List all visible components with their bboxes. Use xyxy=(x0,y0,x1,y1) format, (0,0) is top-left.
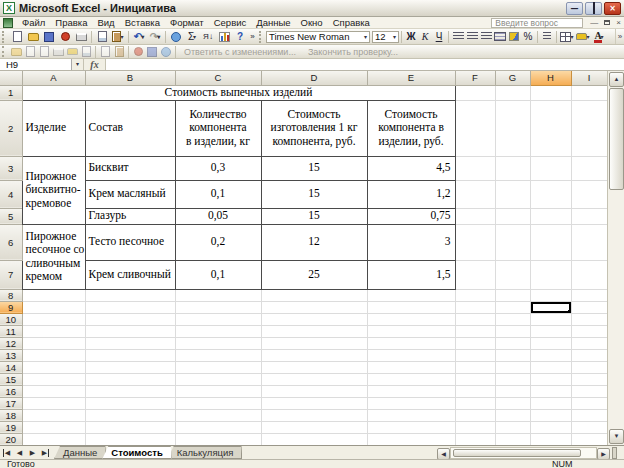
cell-E4[interactable]: 1,2 xyxy=(367,180,455,208)
cell-F1[interactable] xyxy=(455,85,495,100)
last-sheet-button[interactable]: ▶ xyxy=(39,446,52,459)
cell-G7[interactable] xyxy=(495,260,530,289)
formatting-options-button[interactable]: » xyxy=(615,29,624,44)
cell-D5[interactable]: 15 xyxy=(261,208,367,224)
cell-B3[interactable]: Бисквит xyxy=(85,156,175,180)
col-header-A[interactable]: A xyxy=(22,71,85,85)
cell-H16[interactable] xyxy=(530,385,571,397)
undo-dropdown[interactable]: ▾ xyxy=(141,33,144,40)
cell-I4[interactable] xyxy=(571,180,607,208)
cell-F3[interactable] xyxy=(455,156,495,180)
row-header-8[interactable]: 8 xyxy=(0,289,22,301)
vertical-scroll-thumb[interactable] xyxy=(609,88,624,190)
font-size-select[interactable]: 12 ▾ xyxy=(372,31,399,43)
cell-C4[interactable]: 0,1 xyxy=(175,180,261,208)
menu-data[interactable]: Данные xyxy=(251,17,295,29)
cell-E19[interactable] xyxy=(367,421,455,433)
row-header-3[interactable]: 3 xyxy=(0,156,22,180)
save-button[interactable] xyxy=(41,30,57,44)
underline-button[interactable]: Ч xyxy=(432,31,446,43)
cell-F16[interactable] xyxy=(455,385,495,397)
cell-H12[interactable] xyxy=(530,337,571,349)
redo-button[interactable]: ↷▾ xyxy=(147,30,163,44)
cell-D2[interactable]: Стоимость изготовления 1 кг компонента, … xyxy=(261,100,367,156)
cell-F7[interactable] xyxy=(455,260,495,289)
row-header-17[interactable]: 17 xyxy=(0,397,22,409)
cell-D8[interactable] xyxy=(261,289,367,301)
cell-I10[interactable] xyxy=(571,313,607,325)
cell-H11[interactable] xyxy=(530,325,571,337)
cell-A18[interactable] xyxy=(22,409,85,421)
vertical-scrollbar[interactable]: ▲ ▼ xyxy=(607,71,624,445)
cell-I2[interactable] xyxy=(571,100,607,156)
cell-A9[interactable] xyxy=(22,301,85,313)
cell-A14[interactable] xyxy=(22,361,85,373)
toolbar-options-button[interactable]: » xyxy=(248,30,257,44)
cell-D6[interactable]: 12 xyxy=(261,224,367,260)
paste-button[interactable]: ▾ xyxy=(110,30,126,44)
cell-I3[interactable] xyxy=(571,156,607,180)
borders-dropdown[interactable]: ▾ xyxy=(570,33,573,40)
cell-G8[interactable] xyxy=(495,289,530,301)
row-header-7[interactable]: 7 xyxy=(0,260,22,289)
cell-H5[interactable] xyxy=(530,208,571,224)
cell-A20[interactable] xyxy=(22,433,85,445)
font-color-button[interactable]: А▾ xyxy=(591,30,607,44)
cell-C2[interactable]: Количество компонента в изделии, кг xyxy=(175,100,261,156)
cell-F18[interactable] xyxy=(455,409,495,421)
autosum-button[interactable]: Σ▾ xyxy=(184,30,200,44)
cell-D4[interactable]: 15 xyxy=(261,180,367,208)
row-header-13[interactable]: 13 xyxy=(0,349,22,361)
cell-C9[interactable] xyxy=(175,301,261,313)
permission-button[interactable] xyxy=(57,30,73,44)
ask-question-input[interactable]: Введите вопрос xyxy=(491,18,583,28)
cell-E5[interactable]: 0,75 xyxy=(367,208,455,224)
cell-F14[interactable] xyxy=(455,361,495,373)
cell-F8[interactable] xyxy=(455,289,495,301)
cell-I6[interactable] xyxy=(571,224,607,260)
cell-D14[interactable] xyxy=(261,361,367,373)
cell-D3[interactable]: 15 xyxy=(261,156,367,180)
cell-E2[interactable]: Стоимость компонента в изделии, руб. xyxy=(367,100,455,156)
cell-C15[interactable] xyxy=(175,373,261,385)
cell-A8[interactable] xyxy=(22,289,85,301)
fill-color-dropdown[interactable]: ▾ xyxy=(586,33,589,40)
cell-I19[interactable] xyxy=(571,421,607,433)
row-header-10[interactable]: 10 xyxy=(0,313,22,325)
cell-C16[interactable] xyxy=(175,385,261,397)
menu-tools[interactable]: Сервис xyxy=(209,17,252,29)
sheet-tab-kalkulyaciya[interactable]: Калькуляция xyxy=(168,446,243,459)
cell-B17[interactable] xyxy=(85,397,175,409)
cell-F12[interactable] xyxy=(455,337,495,349)
row-header-20[interactable]: 20 xyxy=(0,433,22,445)
cell-E18[interactable] xyxy=(367,409,455,421)
cell-I1[interactable] xyxy=(571,85,607,100)
cell-D7[interactable]: 25 xyxy=(261,260,367,289)
col-header-D[interactable]: D xyxy=(261,71,367,85)
row-header-14[interactable]: 14 xyxy=(0,361,22,373)
cell-I18[interactable] xyxy=(571,409,607,421)
cell-H4[interactable] xyxy=(530,180,571,208)
cell-I11[interactable] xyxy=(571,325,607,337)
cell-H6[interactable] xyxy=(530,224,571,260)
doc-close-button[interactable]: × xyxy=(613,18,624,27)
currency-button[interactable] xyxy=(507,31,521,43)
row-header-6[interactable]: 6 xyxy=(0,224,22,260)
name-box[interactable]: H9 xyxy=(0,59,72,70)
open-shared-button[interactable] xyxy=(9,46,23,58)
autosum-dropdown[interactable]: ▾ xyxy=(193,33,196,40)
print-button[interactable] xyxy=(73,30,89,44)
menu-format[interactable]: Формат xyxy=(165,17,209,29)
cell-E8[interactable] xyxy=(367,289,455,301)
cell-I14[interactable] xyxy=(571,361,607,373)
cell-I20[interactable] xyxy=(571,433,607,445)
cell-G2[interactable] xyxy=(495,100,530,156)
sort-ascending-button[interactable]: Я↓ xyxy=(200,30,216,44)
row-header-4[interactable]: 4 xyxy=(0,180,22,208)
cell-G4[interactable] xyxy=(495,180,530,208)
cell-C20[interactable] xyxy=(175,433,261,445)
insert-function-button[interactable]: fx xyxy=(84,59,106,70)
align-center-button[interactable] xyxy=(465,31,479,43)
paste-dropdown[interactable]: ▾ xyxy=(120,33,123,40)
cell-D18[interactable] xyxy=(261,409,367,421)
